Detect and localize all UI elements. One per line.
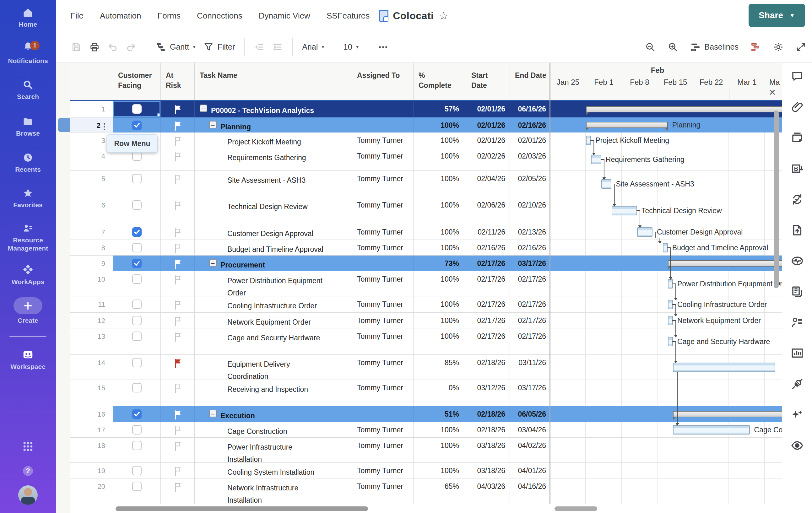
- cell-task[interactable]: Power Infrastructure Installation: [195, 437, 352, 463]
- cell-pct[interactable]: 73%: [413, 255, 466, 271]
- assignments-icon[interactable]: [791, 316, 804, 329]
- customer-facing-checkbox[interactable]: [132, 316, 142, 325]
- table-row[interactable]: 5Site Assessment - ASH3Tommy Turner100%0…: [70, 171, 550, 197]
- customer-facing-checkbox[interactable]: [132, 425, 142, 434]
- cell-pct[interactable]: 100%: [413, 117, 466, 132]
- column-header-end-date[interactable]: End Date: [510, 63, 550, 101]
- cell-start[interactable]: 02/06/26: [466, 197, 510, 224]
- gantt-bar[interactable]: [668, 279, 673, 289]
- cell-pct[interactable]: 100%: [413, 132, 466, 148]
- gantt-row[interactable]: [550, 437, 782, 463]
- cell-end[interactable]: 03/11/26: [510, 355, 550, 380]
- gantt-bar[interactable]: [673, 425, 750, 434]
- fullscreen-button[interactable]: [796, 42, 806, 53]
- undo-button[interactable]: [107, 42, 118, 53]
- cell-num[interactable]: 1: [70, 101, 113, 117]
- grid-horizontal-scrollbar[interactable]: [116, 506, 368, 511]
- cell-assigned[interactable]: Tommy Turner: [352, 197, 413, 224]
- cell-risk[interactable]: [161, 479, 195, 504]
- cell-num[interactable]: 8: [70, 240, 113, 255]
- cell-end[interactable]: 02/05/26: [510, 171, 550, 197]
- cell-risk[interactable]: [161, 197, 195, 224]
- gantt-bar[interactable]: [668, 316, 673, 325]
- gantt-bar[interactable]: [586, 135, 591, 145]
- cell-num[interactable]: 5: [70, 171, 113, 197]
- column-header-start-date[interactable]: Start Date: [466, 63, 510, 101]
- menu-forms[interactable]: Forms: [157, 11, 180, 21]
- cell-cf[interactable]: [113, 197, 161, 224]
- view-mode-dropdown[interactable]: Gantt▾: [155, 42, 196, 53]
- table-row[interactable]: 10Power Distribution Equipment OrderTomm…: [70, 271, 550, 296]
- cell-end[interactable]: 06/16/26: [510, 101, 550, 117]
- gantt-bar[interactable]: [591, 155, 601, 164]
- cell-pct[interactable]: 57%: [413, 101, 466, 117]
- cell-cf[interactable]: [113, 463, 161, 479]
- column-header-assigned-to[interactable]: Assigned To: [352, 63, 413, 101]
- cell-cf[interactable]: [113, 437, 161, 463]
- cell-risk[interactable]: [161, 328, 195, 355]
- cell-assigned[interactable]: Tommy Turner: [352, 380, 413, 406]
- cell-pct[interactable]: 100%: [413, 271, 466, 296]
- outdent-button[interactable]: [254, 42, 265, 53]
- cell-cf[interactable]: [113, 355, 161, 380]
- cell-task[interactable]: Site Assessment - ASH3: [195, 171, 352, 197]
- table-row[interactable]: 7Customer Design ApprovalTommy Turner100…: [70, 224, 550, 240]
- cell-start[interactable]: 02/18/26: [466, 355, 510, 380]
- share-button[interactable]: Share ▼: [749, 4, 805, 27]
- at-risk-flag-icon[interactable]: [173, 259, 183, 269]
- cell-task[interactable]: Cage and Security Hardware: [195, 328, 352, 355]
- at-risk-flag-icon[interactable]: [173, 358, 183, 369]
- at-risk-flag-icon[interactable]: [173, 274, 183, 285]
- cell-num[interactable]: 13: [70, 328, 113, 355]
- sidebar-item-workapps[interactable]: WorkApps: [11, 264, 45, 286]
- sidebar-item-search[interactable]: Search: [17, 79, 39, 101]
- cell-num[interactable]: 19: [70, 463, 113, 479]
- cell-risk[interactable]: [161, 240, 195, 255]
- customer-facing-checkbox[interactable]: [132, 243, 142, 252]
- cell-pct[interactable]: 100%: [413, 296, 466, 313]
- cell-task[interactable]: Cooling Infrastructure Order: [195, 296, 352, 313]
- cell-pct[interactable]: 100%: [413, 422, 466, 437]
- cell-num[interactable]: 11: [70, 296, 113, 313]
- sidebar-item-browse[interactable]: Browse: [16, 116, 40, 138]
- column-header-customer-facing[interactable]: Customer Facing: [113, 63, 161, 101]
- cell-num[interactable]: 18: [70, 437, 113, 463]
- at-risk-flag-icon[interactable]: [173, 135, 183, 146]
- cell-pct[interactable]: 0%: [413, 380, 466, 406]
- cell-end[interactable]: 03/17/26: [510, 380, 550, 406]
- cell-end[interactable]: 04/02/26: [510, 437, 550, 463]
- cell-risk[interactable]: [161, 101, 195, 117]
- sidebar-item-favorites[interactable]: Favorites: [13, 187, 42, 209]
- table-row[interactable]: 8Budget and Timeline ApprovalTommy Turne…: [70, 240, 550, 255]
- collapse-button[interactable]: –: [209, 410, 217, 417]
- table-row[interactable]: 14Equipment Delivery CoordinationTommy T…: [70, 355, 550, 380]
- cell-cf[interactable]: [113, 271, 161, 296]
- customer-facing-checkbox[interactable]: [132, 174, 142, 183]
- table-row[interactable]: 13Cage and Security HardwareTommy Turner…: [70, 328, 550, 355]
- connections-icon[interactable]: [791, 378, 804, 391]
- cell-start[interactable]: 03/18/26: [466, 437, 510, 463]
- cell-cf[interactable]: [113, 313, 161, 328]
- cell-risk[interactable]: [161, 406, 195, 422]
- cell-num[interactable]: 9: [70, 255, 113, 271]
- cell-assigned[interactable]: Tommy Turner: [352, 240, 413, 255]
- column-header-percent-complete[interactable]: % Complete: [413, 63, 466, 101]
- cell-cf[interactable]: [113, 380, 161, 406]
- menu-connections[interactable]: Connections: [197, 11, 242, 21]
- cell-cf[interactable]: [113, 422, 161, 437]
- cell-end[interactable]: 02/17/26: [510, 296, 550, 313]
- at-risk-flag-icon[interactable]: [173, 104, 183, 115]
- customer-facing-checkbox[interactable]: [132, 200, 142, 210]
- cell-num[interactable]: 17: [70, 422, 113, 437]
- print-button[interactable]: [89, 42, 100, 53]
- cell-start[interactable]: 02/01/26: [466, 101, 510, 117]
- gantt-summary-bar[interactable]: [586, 122, 668, 128]
- cell-risk[interactable]: [161, 422, 195, 437]
- cell-task[interactable]: Cooling System Installation: [195, 463, 352, 479]
- cell-pct[interactable]: 100%: [413, 463, 466, 479]
- cell-task[interactable]: Equipment Delivery Coordination: [195, 355, 352, 380]
- font-dropdown[interactable]: Arial▾: [302, 42, 324, 52]
- activity-log-icon[interactable]: [791, 254, 804, 268]
- cell-num[interactable]: 2: [70, 117, 113, 132]
- cell-task[interactable]: Network Infrastructure Installation: [195, 479, 352, 504]
